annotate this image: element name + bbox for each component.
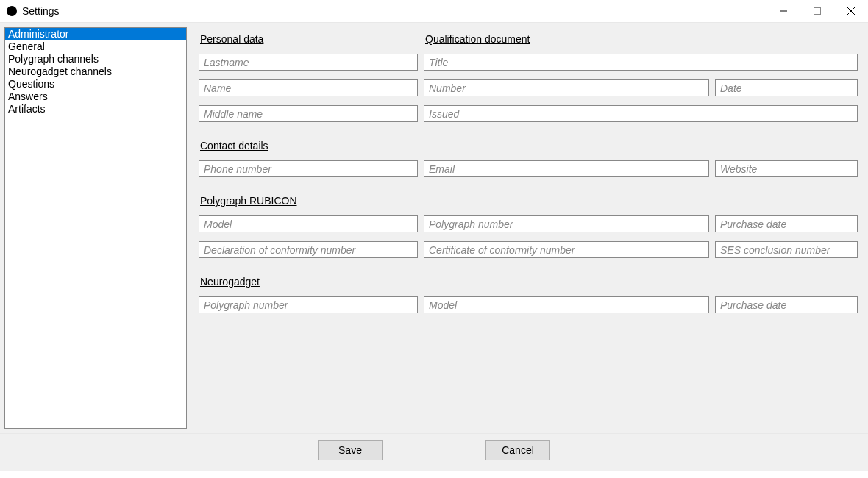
sidebar-item-administrator[interactable]: Administrator [5,28,186,40]
neuro-purchase-date-input[interactable] [715,296,858,313]
cancel-button[interactable]: Cancel [485,440,550,460]
neuro-model-input[interactable] [424,296,709,313]
rubicon-model-input[interactable] [199,215,418,232]
rubicon-polygraph-number-input[interactable] [424,215,709,232]
maximize-icon [813,7,822,15]
app-icon [6,5,18,17]
rubicon-declaration-input[interactable] [199,241,418,258]
minimize-button[interactable] [766,0,800,22]
section-contact: Contact details [199,140,270,151]
sidebar-item-polygraph-channels[interactable]: Polygraph channels [5,53,186,65]
phone-input[interactable] [199,160,418,177]
section-rubicon: Polygraph RUBICON [199,195,299,207]
svg-point-0 [7,6,17,16]
qualification-issued-input[interactable] [424,105,858,122]
button-bar: Save Cancel [0,434,868,471]
email-input[interactable] [424,160,709,177]
svg-rect-2 [814,8,821,15]
rubicon-certificate-input[interactable] [424,241,709,258]
middle-name-input[interactable] [199,105,418,122]
save-button[interactable]: Save [318,440,383,460]
website-input[interactable] [715,160,858,177]
neuro-polygraph-number-input[interactable] [199,296,418,313]
close-button[interactable] [834,0,868,22]
sidebar: Administrator General Polygraph channels… [4,27,187,429]
sidebar-item-general[interactable]: General [5,40,186,53]
qualification-date-input[interactable] [715,79,858,96]
qualification-number-input[interactable] [424,79,709,96]
maximize-button[interactable] [800,0,834,22]
close-icon [847,7,855,15]
name-input[interactable] [199,79,418,96]
qualification-title-input[interactable] [424,54,858,71]
rubicon-ses-input[interactable] [715,241,858,258]
section-neurogadget: Neurogadget [199,276,261,288]
section-qualification: Qualification document [424,33,531,45]
titlebar: Settings [0,0,868,22]
sidebar-item-neurogadget-channels[interactable]: Neurogadget channels [5,65,186,78]
minimize-icon [779,7,788,15]
sidebar-item-answers[interactable]: Answers [5,90,186,103]
lastname-input[interactable] [199,54,418,71]
window-title: Settings [22,5,60,17]
section-personal-data: Personal data [199,33,265,45]
sidebar-item-questions[interactable]: Questions [5,78,186,90]
content: Personal data Qualification document Con… [187,27,867,429]
main-panel: Administrator General Polygraph channels… [0,22,868,434]
sidebar-item-artifacts[interactable]: Artifacts [5,103,186,115]
rubicon-purchase-date-input[interactable] [715,215,858,232]
